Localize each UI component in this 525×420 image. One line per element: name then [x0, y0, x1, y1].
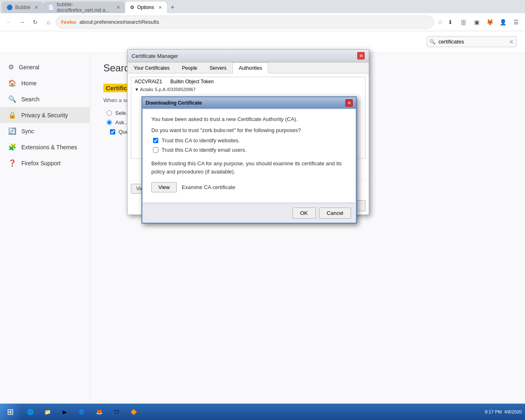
cert-token-accv: Builtin Object Token — [170, 79, 214, 84]
taskbar-antivirus-icon[interactable]: 🛡 — [108, 404, 125, 419]
search-input[interactable] — [427, 36, 517, 47]
download-icon[interactable]: ⬇ — [445, 16, 456, 28]
dl-cert-examine-label: Examine CA certificate — [182, 184, 235, 190]
bookmark-button[interactable]: ☆ — [437, 18, 443, 26]
sidebar-item-support[interactable]: ❓ Firefox Support — [0, 155, 90, 171]
nav-bar: ← → ↻ ⌂ Firefox about:preferences#search… — [0, 13, 525, 31]
title-bar: 🔵 Bubble ✕ 📄 bubble-docs/firefox_cert.md… — [0, 0, 525, 13]
new-tab-button[interactable]: + — [167, 2, 178, 13]
tab-label-docs: bubble-docs/firefox_cert.md a... — [57, 2, 112, 13]
tab-docs[interactable]: 📄 bubble-docs/firefox_cert.md a... ✕ — [43, 2, 125, 13]
dl-cert-checkbox-websites-input[interactable] — [153, 138, 158, 143]
tab-close-options[interactable]: ✕ — [158, 5, 162, 10]
dl-cert-dialog: Downloading Certificate ✕ You have been … — [142, 96, 357, 224]
support-icon: ❓ — [8, 159, 16, 167]
dl-cert-note: Before trusting this CA for any purpose,… — [151, 160, 347, 176]
dl-cert-question: Do you want to trust "zork.bubv.net" for… — [151, 127, 347, 133]
taskbar-firefox2-icon[interactable]: 🔶 — [126, 404, 142, 419]
taskbar-ie-icon[interactable]: 🌐 — [22, 404, 39, 419]
dl-cert-cancel-button[interactable]: Cancel — [319, 208, 351, 219]
sidebar-item-privacy[interactable]: 🔒 Privacy & Security — [0, 107, 90, 123]
dl-cert-checkbox-websites-label: Trust this CA to identify websites. — [162, 137, 240, 144]
dl-cert-view-button[interactable]: View — [151, 182, 177, 192]
taskbar-media-icon[interactable]: ▶ — [57, 404, 73, 419]
refresh-button[interactable]: ↻ — [30, 16, 41, 28]
cert-expander-actalis[interactable]: ▼ Actalis S.p.A./03358520967 — [131, 86, 365, 93]
tab-bubble[interactable]: 🔵 Bubble ✕ — [2, 2, 43, 13]
radio-select-input[interactable] — [107, 110, 112, 116]
dl-cert-body: You have been asked to trust a new Certi… — [143, 110, 355, 202]
taskbar-sys: 8:17 PM 4/8/2020 — [485, 409, 525, 414]
start-button[interactable]: ⊞ — [0, 404, 21, 420]
sidebar-label-home: Home — [21, 80, 37, 87]
address-bar[interactable]: Firefox about:preferences#searchResults — [56, 16, 434, 29]
sidebar-item-general[interactable]: ⚙ General — [0, 59, 90, 75]
sidebar-item-search[interactable]: 🔍 Search — [0, 91, 90, 107]
dl-cert-close-button[interactable]: ✕ — [345, 99, 353, 107]
firefox-account-icon[interactable]: 🦊 — [484, 16, 495, 28]
forward-button[interactable]: → — [16, 16, 28, 28]
dl-cert-ok-button[interactable]: OK — [292, 208, 316, 219]
sidebar-label-search: Search — [21, 96, 39, 103]
cert-manager-title: Certificate Manager — [132, 53, 178, 59]
home-button[interactable]: ⌂ — [43, 16, 54, 28]
taskbar-date: 4/8/2020 — [504, 409, 522, 414]
sidebar-label-support: Firefox Support — [21, 160, 61, 167]
sidebar-label-privacy: Privacy & Security — [21, 112, 68, 119]
library-icon[interactable]: ||| — [458, 16, 469, 28]
dl-cert-footer: OK Cancel — [142, 203, 356, 223]
general-icon: ⚙ — [8, 63, 14, 71]
taskbar-firefox-icon[interactable]: 🦊 — [91, 404, 107, 419]
dl-cert-view-row: View Examine CA certificate — [151, 182, 347, 192]
sidebar-label-extensions: Extensions & Themes — [21, 144, 77, 151]
taskbar: ⊞ 🌐 📁 ▶ 🔵 🦊 🛡 🔶 8:17 PM 4/8/2020 — [0, 404, 525, 420]
cert-tab-your[interactable]: Your Certificates — [128, 62, 176, 73]
back-button[interactable]: ← — [3, 16, 15, 28]
sidebar-label-general: General — [19, 64, 39, 71]
sidebar-item-sync[interactable]: 🔄 Sync — [0, 123, 90, 139]
taskbar-folder-icon[interactable]: 📁 — [39, 404, 56, 419]
taskbar-chrome-icon[interactable]: 🔵 — [74, 404, 90, 419]
privacy-icon: 🔒 — [8, 111, 16, 119]
sidebar-item-extensions[interactable]: 🧩 Extensions & Themes — [0, 139, 90, 155]
address-text: about:preferences#searchResults — [80, 19, 429, 25]
tab-close-docs[interactable]: ✕ — [116, 5, 120, 10]
dl-cert-checkbox-group: Trust this CA to identify websites. Trus… — [153, 137, 347, 153]
dl-cert-title: Downloading Certificate — [146, 100, 202, 106]
taskbar-apps: 🌐 📁 ▶ 🔵 🦊 🛡 🔶 — [21, 404, 485, 419]
radio-ask-label: Ask... — [115, 119, 129, 126]
sidebar-item-home[interactable]: 🏠 Home — [0, 75, 90, 91]
search-wrap: 🔍 ✕ — [427, 36, 517, 47]
tab-favicon-docs: 📄 — [48, 5, 54, 10]
tab-options[interactable]: ⚙ Options ✕ — [125, 2, 167, 13]
cert-manager-titlebar: Certificate Manager ✕ — [128, 50, 369, 62]
cert-tab-servers[interactable]: Servers — [203, 62, 233, 73]
checkbox-query-input[interactable] — [110, 129, 115, 135]
dl-cert-checkbox-email[interactable]: Trust this CA to identify email users. — [153, 147, 347, 153]
menu-icon[interactable]: ☰ — [510, 16, 522, 28]
cert-manager-close-button[interactable]: ✕ — [357, 52, 365, 59]
dl-cert-checkbox-websites[interactable]: Trust this CA to identify websites. — [153, 137, 347, 144]
tab-label-options: Options — [137, 5, 154, 10]
account-icon[interactable]: 👤 — [497, 16, 509, 28]
dl-cert-titlebar: Downloading Certificate ✕ — [142, 97, 356, 109]
sidebar-icon[interactable]: ▣ — [471, 16, 482, 28]
sidebar: ⚙ General 🏠 Home 🔍 Search 🔒 Privacy & Se… — [0, 52, 90, 404]
tab-close-bubble[interactable]: ✕ — [34, 5, 38, 10]
sync-icon: 🔄 — [8, 127, 16, 135]
cert-tab-authorities[interactable]: Authorities — [233, 62, 268, 73]
search-clear-icon[interactable]: ✕ — [509, 39, 514, 45]
home-icon: 🏠 — [8, 79, 16, 87]
cert-tabs: Your Certificates People Servers Authori… — [128, 62, 369, 73]
cert-name-accv: ACCVRAIZ1 — [135, 79, 162, 84]
cert-tab-people[interactable]: People — [176, 62, 203, 73]
radio-ask-input[interactable] — [107, 120, 112, 125]
dl-cert-checkbox-email-input[interactable] — [153, 147, 158, 153]
search-icon: 🔍 — [429, 39, 436, 45]
tab-favicon-bubble: 🔵 — [7, 5, 13, 10]
tab-label-bubble: Bubble — [15, 5, 30, 10]
taskbar-time: 8:17 PM — [485, 409, 502, 414]
cert-list-item-accv[interactable]: ACCVRAIZ1 Builtin Object Token — [131, 77, 365, 86]
sidebar-label-sync: Sync — [21, 128, 34, 135]
nav-icons: ⬇ ||| ▣ 🦊 👤 ☰ — [445, 16, 522, 28]
